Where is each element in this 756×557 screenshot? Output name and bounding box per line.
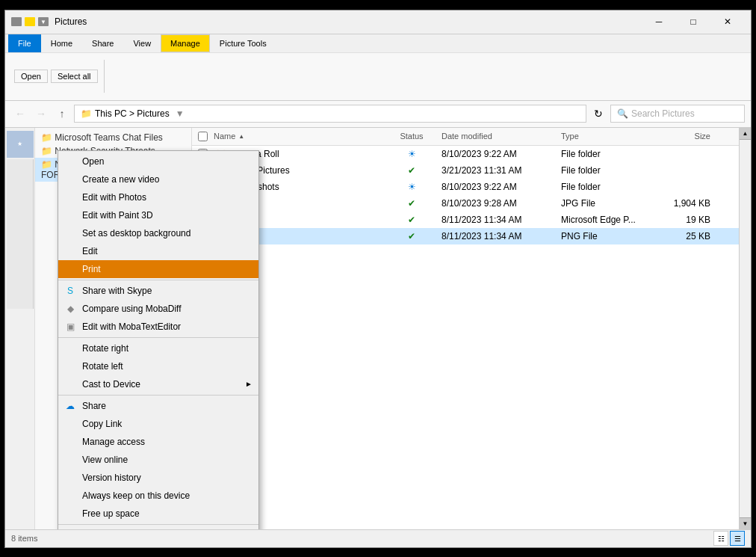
search-placeholder: Search Pictures — [631, 108, 695, 119]
up-button[interactable]: ↑ — [53, 105, 71, 123]
ctx-rotate-left-label: Rotate left — [82, 361, 123, 372]
back-button[interactable]: ← — [11, 105, 29, 123]
view-btn-list[interactable]: ☰ — [730, 531, 745, 546]
col-header-type[interactable]: Type — [561, 132, 651, 141]
ctx-set-desktop[interactable]: Set as desktop background — [58, 224, 258, 242]
ctx-version-history[interactable]: Version history — [58, 469, 258, 487]
ctx-share-skype[interactable]: S Share with Skype — [58, 282, 258, 300]
table-row[interactable]: 📁 Saved Pictures ✔ 3/21/2023 11:31 AM Fi… — [192, 162, 739, 179]
nav-item-teams[interactable]: 📁 Microsoft Teams Chat Files — [35, 131, 191, 144]
nav-item-teams-label: Microsoft Teams Chat Files — [55, 132, 163, 143]
refresh-button[interactable]: ↻ — [589, 105, 607, 123]
ctx-version-history-label: Version history — [82, 473, 141, 483]
file-list-panel: Name ▲ Status Date modified Type Size — [192, 128, 739, 529]
tab-home[interactable]: Home — [41, 34, 82, 52]
ctx-edit-mobatext[interactable]: ▣ Edit with MobaTextEditor — [58, 318, 258, 336]
submenu-arrow-cast: ► — [245, 380, 252, 388]
ctx-print[interactable]: Print — [58, 260, 258, 278]
col-header-status[interactable]: Status — [382, 132, 441, 141]
forward-button[interactable]: → — [32, 105, 50, 123]
close-button[interactable]: ✕ — [710, 10, 745, 34]
search-icon: 🔍 — [617, 108, 628, 119]
ctx-copy-link[interactable]: Copy Link — [58, 415, 258, 433]
ctx-share[interactable]: ☁ Share — [58, 397, 258, 415]
ctx-edit-paint3d[interactable]: Edit with Paint 3D — [58, 206, 258, 224]
ribbon-open-btn[interactable]: Open — [14, 70, 48, 83]
ribbon-select-btn[interactable]: Select all — [51, 70, 98, 83]
tab-picture-tools[interactable]: Picture Tools — [210, 34, 276, 52]
ctx-share-label: Share — [82, 401, 106, 411]
title-icon-3: ▼ — [38, 17, 49, 26]
status-bar: 8 items ☷ ☰ — [5, 529, 751, 547]
ctx-rotate-left[interactable]: Rotate left — [58, 357, 258, 375]
ctx-compare-mobadiff[interactable]: ◆ Compare using MobaDiff — [58, 300, 258, 318]
file-status: ✔ — [382, 198, 441, 209]
col-header-date[interactable]: Date modified — [441, 132, 561, 141]
ctx-always-keep[interactable]: Always keep on this device — [58, 487, 258, 505]
tab-view[interactable]: View — [123, 34, 161, 52]
ctx-open[interactable]: Open — [58, 153, 258, 170]
file-status: ☀ — [382, 149, 441, 159]
file-status: ✔ — [382, 231, 441, 241]
scroll-up-btn[interactable]: ▲ — [740, 128, 751, 140]
select-all-checkbox[interactable] — [198, 132, 208, 141]
cloud-icon: ☁ — [64, 400, 76, 412]
file-area: 📁 Microsoft Teams Chat Files 📁 Network S… — [35, 128, 739, 529]
table-row[interactable]: 🖼 picture ✔ 8/11/2023 11:34 AM Microsoft… — [192, 212, 739, 228]
ctx-compare-mobadiff-label: Compare using MobaDiff — [82, 304, 182, 314]
file-type: Microsoft Edge P... — [561, 215, 651, 225]
maximize-button[interactable]: □ — [676, 10, 710, 34]
file-type: PNG File — [561, 231, 651, 241]
search-box[interactable]: 🔍 Search Pictures — [610, 105, 745, 123]
ctx-edit-photos[interactable]: Edit with Photos — [58, 188, 258, 206]
table-row[interactable]: 📁 Screenshots ☀ 8/10/2023 9:22 AM File f… — [192, 179, 739, 195]
tab-file[interactable]: File — [8, 34, 41, 52]
ctx-edit[interactable]: Edit — [58, 242, 258, 260]
ribbon-tabs: File Home Share View Manage Picture Tool… — [5, 34, 751, 52]
ctx-divider-4 — [58, 524, 258, 525]
ctx-free-up[interactable]: Free up space — [58, 505, 258, 523]
title-icon-1 — [11, 17, 22, 26]
ctx-cast-device[interactable]: Cast to Device ► — [58, 375, 258, 393]
file-date: 8/10/2023 9:22 AM — [441, 182, 561, 192]
file-status: ✔ — [382, 215, 441, 225]
title-bar: ▼ Pictures ─ □ ✕ — [5, 10, 751, 34]
col-header-size[interactable]: Size — [651, 132, 710, 141]
ctx-edit-photos-label: Edit with Photos — [82, 192, 146, 203]
file-size: 1,904 KB — [651, 198, 710, 209]
tab-share[interactable]: Share — [82, 34, 123, 52]
context-menu: Open Create a new video Edit with Photos… — [58, 150, 259, 529]
ctx-divider-1 — [58, 280, 258, 280]
address-path[interactable]: 📁 This PC > Pictures ▼ — [74, 105, 586, 123]
address-path-icon: 📁 — [81, 108, 92, 119]
tab-manage[interactable]: Manage — [161, 34, 210, 52]
ctx-view-online[interactable]: View online — [58, 451, 258, 469]
ctx-manage-access-label: Manage access — [82, 437, 145, 447]
scrollbar-right[interactable]: ▲ ▼ — [739, 128, 751, 529]
scroll-down-btn[interactable]: ▼ — [740, 517, 751, 529]
view-btn-details[interactable]: ☷ — [713, 531, 728, 546]
ctx-rotate-right[interactable]: Rotate right — [58, 339, 258, 357]
sidebar-quick-access[interactable]: ★ — [7, 131, 34, 158]
ctx-edit-notepad[interactable]: N Edit with Notepad++ — [58, 526, 258, 529]
minimize-button[interactable]: ─ — [642, 10, 676, 34]
file-rows-container: 📁 Camera Roll ☀ 8/10/2023 9:22 AM File f… — [192, 146, 739, 529]
ctx-manage-access[interactable]: Manage access — [58, 433, 258, 451]
address-dropdown-icon[interactable]: ▼ — [176, 108, 185, 119]
ctx-create-video[interactable]: Create a new video — [58, 170, 258, 188]
ctx-edit-paint3d-label: Edit with Paint 3D — [82, 210, 153, 221]
table-row[interactable]: 🖼 puppy ✔ 8/10/2023 9:28 AM JPG File 1,9… — [192, 195, 739, 212]
file-size: 19 KB — [651, 215, 710, 225]
col-header-name[interactable]: Name ▲ — [195, 132, 382, 141]
sidebar-nav — [7, 159, 34, 309]
title-icon-2 — [25, 17, 35, 26]
table-row[interactable]: 📁 Camera Roll ☀ 8/10/2023 9:22 AM File f… — [192, 146, 739, 162]
scroll-track[interactable] — [740, 140, 751, 517]
ctx-copy-link-label: Copy Link — [82, 419, 122, 429]
file-date: 8/10/2023 9:22 AM — [441, 149, 561, 159]
file-size: 25 KB — [651, 231, 710, 241]
table-row[interactable]: 🖼 picture ✔ 8/11/2023 11:34 AM PNG File … — [192, 228, 739, 244]
ctx-print-label: Print — [82, 264, 101, 274]
file-type: File folder — [561, 182, 651, 192]
mobadiff-icon: ◆ — [64, 303, 76, 315]
